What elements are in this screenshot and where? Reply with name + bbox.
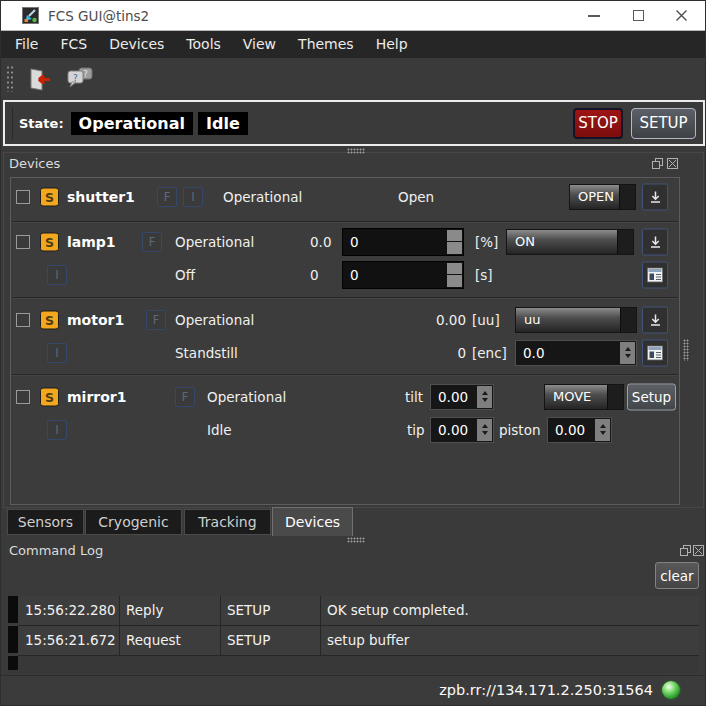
command-combobox[interactable]: uu	[515, 307, 637, 333]
device-substate: Off	[175, 267, 195, 283]
spinbox-buttons[interactable]	[447, 230, 462, 254]
log-message: setup buffer	[320, 626, 699, 655]
device-checkbox[interactable]	[16, 390, 30, 404]
combo-dropdown-arrow	[607, 385, 623, 409]
tilt-label: tilt	[405, 389, 423, 405]
log-close-button[interactable]	[692, 544, 705, 557]
combo-value: MOVE	[545, 389, 607, 404]
splitter-handle-top[interactable]	[347, 148, 365, 154]
spinbox-buttons[interactable]	[477, 386, 492, 408]
tab-cryogenic[interactable]: Cryogenic	[85, 509, 182, 535]
tilt-spinbox[interactable]: 0.00	[430, 384, 494, 410]
devices-list: S shutter1 F I Operational Open OPEN S l…	[10, 177, 680, 505]
close-panel-icon	[693, 545, 704, 556]
setup-button[interactable]: SETUP	[631, 108, 696, 139]
spinbox-buttons[interactable]	[620, 342, 635, 364]
svg-text:?: ?	[83, 70, 87, 79]
device-value: 0.00	[387, 312, 466, 328]
stop-button[interactable]: STOP	[573, 108, 623, 139]
exit-button[interactable]	[21, 62, 55, 95]
vertical-splitter-handle[interactable]	[683, 339, 689, 361]
log-undock-button[interactable]	[679, 544, 692, 557]
clear-log-button[interactable]: clear	[655, 562, 699, 589]
log-row[interactable]: 15:56:22.280 Reply SETUP OK setup comple…	[18, 596, 699, 626]
details-form-icon	[647, 267, 663, 282]
device-details-button[interactable]	[642, 339, 668, 366]
tip-label: tip	[407, 422, 425, 438]
app-window: FCS GUI@tins2 File FCS Devices Tools Vie…	[0, 0, 706, 706]
app-icon	[22, 7, 39, 24]
menu-item-help[interactable]: Help	[365, 31, 419, 58]
title-bar[interactable]: FCS GUI@tins2	[1, 1, 705, 31]
devices-undock-button[interactable]	[651, 157, 664, 170]
spinbox-buttons[interactable]	[447, 263, 462, 287]
state-badge: S	[40, 387, 59, 406]
command-combobox[interactable]: MOVE	[544, 384, 624, 410]
piston-spinbox[interactable]: 0.00	[547, 417, 612, 443]
menu-item-fcs[interactable]: FCS	[49, 31, 98, 58]
f-flag-button[interactable]: F	[146, 310, 166, 330]
device-divider	[12, 221, 678, 222]
tip-spinbox[interactable]: 0.00	[430, 417, 494, 443]
device-name: mirror1	[67, 389, 126, 405]
menu-item-file[interactable]: File	[4, 31, 49, 58]
combo-value: uu	[516, 312, 620, 327]
apply-command-button[interactable]	[642, 183, 668, 210]
close-button[interactable]	[664, 1, 698, 30]
state-bar: State: Operational Idle STOP SETUP	[3, 100, 705, 146]
apply-command-button[interactable]	[642, 306, 668, 333]
device-state: Operational	[223, 189, 302, 205]
spinbox-buttons[interactable]	[595, 419, 610, 441]
device-row-motor1: S motor1 F Operational 0.00 [uu] uu	[11, 303, 679, 336]
i-flag-button[interactable]: I	[47, 265, 67, 285]
combo-dropdown-arrow	[619, 185, 635, 209]
device-subrow-motor1: I Standstill 0 [enc] 0.0	[11, 336, 679, 369]
menu-item-view[interactable]: View	[232, 31, 287, 58]
menu-item-devices[interactable]: Devices	[98, 31, 175, 58]
device-setup-button[interactable]: Setup	[627, 383, 676, 410]
minimize-button[interactable]	[577, 1, 611, 30]
tab-tracking[interactable]: Tracking	[184, 509, 271, 535]
splitter-handle-bottom[interactable]	[347, 537, 365, 543]
state-value-main: Operational	[71, 112, 193, 135]
device-row-lamp1: S lamp1 F Operational 0.0 0 [%] ON	[11, 225, 679, 258]
toolbar-drag-handle[interactable]	[6, 65, 15, 92]
f-flag-button[interactable]: F	[157, 187, 177, 207]
command-combobox[interactable]: OPEN	[569, 184, 636, 210]
device-checkbox[interactable]	[16, 313, 30, 327]
device-divider	[12, 297, 678, 298]
spinbox-value: 0	[350, 234, 359, 250]
spinbox-buttons[interactable]	[477, 419, 492, 441]
spinbox-value: 0	[350, 267, 359, 283]
status-bar: zpb.rr://134.171.2.250:31564	[1, 675, 705, 706]
device-checkbox[interactable]	[16, 235, 30, 249]
value-spinbox[interactable]: 0	[342, 228, 464, 256]
f-flag-button[interactable]: F	[175, 387, 195, 407]
tab-sensors[interactable]: Sensors	[7, 509, 84, 535]
i-flag-button[interactable]: I	[47, 420, 67, 440]
menu-item-tools[interactable]: Tools	[175, 31, 232, 58]
log-row-header	[8, 626, 18, 655]
device-checkbox[interactable]	[16, 190, 30, 204]
state-badge: S	[40, 310, 59, 329]
log-row[interactable]: 15:56:21.672 Request SETUP setup buffer	[18, 626, 699, 656]
log-row-header	[8, 596, 18, 625]
log-message: OK setup completed.	[320, 596, 699, 625]
apply-command-button[interactable]	[642, 228, 668, 255]
devices-close-button[interactable]	[666, 157, 679, 170]
download-arrow-icon	[649, 313, 662, 326]
device-name: lamp1	[67, 234, 116, 250]
command-combobox[interactable]: ON	[506, 229, 634, 255]
menu-item-themes[interactable]: Themes	[287, 31, 365, 58]
tab-devices[interactable]: Devices	[272, 507, 353, 536]
i-flag-button[interactable]: I	[183, 187, 203, 207]
value-spinbox[interactable]: 0	[342, 261, 464, 289]
maximize-button[interactable]	[621, 1, 655, 30]
f-flag-button[interactable]: F	[142, 232, 162, 252]
help-icon: ? ?	[65, 65, 95, 92]
device-details-button[interactable]	[642, 261, 668, 288]
help-button[interactable]: ? ?	[63, 62, 97, 95]
position-spinbox[interactable]: 0.0	[515, 340, 637, 366]
connection-address: zpb.rr://134.171.2.250:31564	[439, 682, 653, 698]
i-flag-button[interactable]: I	[47, 343, 67, 363]
